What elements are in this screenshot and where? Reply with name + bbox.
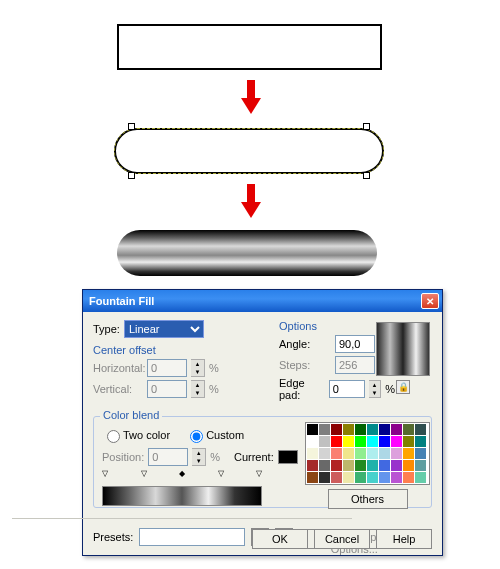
palette-swatch[interactable] <box>391 448 402 459</box>
ok-button[interactable]: OK <box>252 529 308 549</box>
palette-swatch[interactable] <box>331 448 342 459</box>
angle-input[interactable]: 90,0 <box>335 335 375 353</box>
palette-swatch[interactable] <box>379 436 390 447</box>
steps-input: 256 <box>335 356 375 374</box>
palette-swatch[interactable] <box>319 424 330 435</box>
palette-swatch[interactable] <box>415 448 426 459</box>
spin-buttons: ▲▼ <box>191 359 205 377</box>
palette-swatch[interactable] <box>319 472 330 483</box>
palette-swatch[interactable] <box>379 460 390 471</box>
palette-swatch[interactable] <box>355 460 366 471</box>
palette-swatch[interactable] <box>343 448 354 459</box>
palette-swatch[interactable] <box>367 436 378 447</box>
resize-handle <box>128 172 135 179</box>
palette-swatch[interactable] <box>331 472 342 483</box>
percent-label: % <box>209 383 219 395</box>
palette-swatch[interactable] <box>355 424 366 435</box>
palette-swatch[interactable] <box>307 424 318 435</box>
palette-swatch[interactable] <box>367 460 378 471</box>
palette-swatch[interactable] <box>415 472 426 483</box>
palette-swatch[interactable] <box>415 436 426 447</box>
close-icon: ✕ <box>426 296 434 307</box>
palette-swatch[interactable] <box>403 424 414 435</box>
palette-swatch[interactable] <box>379 424 390 435</box>
fountain-fill-dialog: Fountain Fill ✕ Type: Linear Center offs… <box>82 289 443 556</box>
custom-radio[interactable]: Custom <box>185 427 244 443</box>
palette-swatch[interactable] <box>403 436 414 447</box>
type-select[interactable]: Linear <box>124 320 204 338</box>
palette-swatch[interactable] <box>379 472 390 483</box>
palette-swatch[interactable] <box>391 460 402 471</box>
palette-swatch[interactable] <box>403 460 414 471</box>
type-label: Type: <box>93 323 120 335</box>
others-button[interactable]: Others <box>328 489 408 509</box>
palette-swatch[interactable] <box>319 460 330 471</box>
presets-combo[interactable] <box>139 528 245 546</box>
marker-icon: ◆ <box>179 469 185 478</box>
palette-swatch[interactable] <box>355 448 366 459</box>
palette-swatch[interactable] <box>343 436 354 447</box>
color-palette: Others <box>305 422 430 509</box>
options-legend: Options <box>279 320 317 332</box>
palette-swatch[interactable] <box>331 436 342 447</box>
lock-icon[interactable]: 🔒 <box>396 380 410 394</box>
palette-swatch[interactable] <box>355 436 366 447</box>
palette-swatch[interactable] <box>415 460 426 471</box>
palette-swatch[interactable] <box>319 448 330 459</box>
cancel-button[interactable]: Cancel <box>314 529 370 549</box>
resize-handle <box>363 172 370 179</box>
spin-buttons[interactable]: ▲▼ <box>369 380 381 398</box>
palette-swatch[interactable] <box>379 448 390 459</box>
palette-swatch[interactable] <box>367 472 378 483</box>
palette-swatch[interactable] <box>331 424 342 435</box>
arrow-down-icon <box>241 182 261 220</box>
marker-icon: ▽ <box>102 469 108 478</box>
colorblend-legend: Color blend <box>100 409 162 421</box>
percent-label: % <box>385 383 395 395</box>
dialog-title: Fountain Fill <box>89 295 421 307</box>
palette-swatch[interactable] <box>343 460 354 471</box>
svg-rect-2 <box>247 184 255 202</box>
palette-swatch[interactable] <box>307 436 318 447</box>
palette-swatch[interactable] <box>367 448 378 459</box>
twocolor-radio[interactable]: Two color <box>102 427 170 443</box>
gradient-edit-bar[interactable] <box>102 486 262 506</box>
position-input: 0 <box>148 448 188 466</box>
horizontal-label: Horizontal: <box>93 362 143 374</box>
palette-swatch[interactable] <box>319 436 330 447</box>
palette-swatch[interactable] <box>343 424 354 435</box>
palette-swatch[interactable] <box>403 472 414 483</box>
resize-handle <box>128 123 135 130</box>
palette-swatch[interactable] <box>391 472 402 483</box>
palette-swatch[interactable] <box>367 424 378 435</box>
palette-swatch[interactable] <box>391 436 402 447</box>
svg-marker-3 <box>241 202 261 218</box>
palette-swatch[interactable] <box>331 460 342 471</box>
help-button[interactable]: Help <box>376 529 432 549</box>
palette-swatch[interactable] <box>307 460 318 471</box>
palette-swatch[interactable] <box>307 472 318 483</box>
resize-handle <box>363 123 370 130</box>
percent-label: % <box>210 451 220 463</box>
rounded-rectangle-shape <box>114 128 384 174</box>
vertical-label: Vertical: <box>93 383 143 395</box>
palette-swatch[interactable] <box>343 472 354 483</box>
current-label: Current: <box>234 451 274 463</box>
marker-icon: ▽ <box>141 469 147 478</box>
percent-label: % <box>209 362 219 374</box>
palette-swatch[interactable] <box>307 448 318 459</box>
original-rectangle-shape <box>117 24 382 70</box>
current-color-swatch[interactable] <box>278 450 298 464</box>
edgepad-input[interactable]: 0 <box>329 380 365 398</box>
palette-swatch[interactable] <box>415 424 426 435</box>
position-label: Position: <box>102 451 144 463</box>
palette-swatch[interactable] <box>403 448 414 459</box>
palette-swatch[interactable] <box>391 424 402 435</box>
gradient-pill-shape <box>117 230 377 276</box>
dialog-titlebar[interactable]: Fountain Fill ✕ <box>83 290 442 312</box>
svg-marker-1 <box>241 98 261 114</box>
center-offset-legend: Center offset <box>93 344 156 356</box>
palette-swatch[interactable] <box>355 472 366 483</box>
spin-buttons: ▲▼ <box>191 380 205 398</box>
close-button[interactable]: ✕ <box>421 293 439 309</box>
